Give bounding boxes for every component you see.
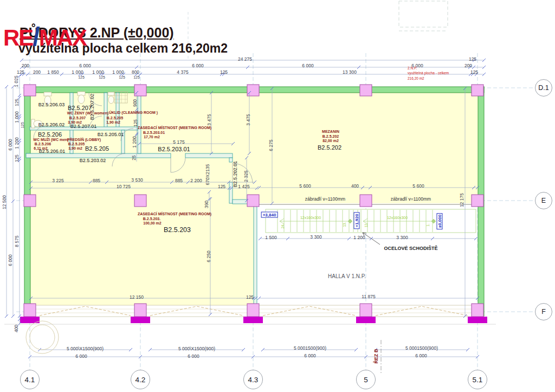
dimension-label: 1 000 bbox=[112, 69, 124, 75]
dimension-label: 1 500 bbox=[265, 235, 276, 240]
room-name-label: B.2.5.205 bbox=[107, 116, 123, 120]
stair-step-label: 13. bbox=[343, 222, 346, 227]
dimension-label: 3 475 bbox=[246, 114, 251, 125]
dimension-label: 3 530 bbox=[131, 177, 143, 183]
room-name-label: WC ŽENY (WC women) bbox=[67, 111, 108, 115]
dimension-label: 6 000 bbox=[8, 254, 13, 266]
dimension-label: 6 000 bbox=[8, 139, 13, 150]
room-name-label: B.2.5.203.01 bbox=[143, 131, 165, 134]
dimension-label: 125 bbox=[469, 56, 476, 62]
dimension-label: 3 475 bbox=[206, 114, 212, 125]
grid-bubble-5.1: 5.1 bbox=[468, 370, 487, 389]
level-elevation-label: +1,920 bbox=[354, 213, 360, 229]
room-name-label: ÚKLID (CLEANING ROOM ) bbox=[109, 111, 158, 114]
dimension-label: 6 250 bbox=[206, 250, 211, 262]
dimension-label: 200 bbox=[33, 69, 41, 75]
dimension-label: 6 000 bbox=[188, 354, 199, 359]
dimension-label: 1 000 bbox=[92, 69, 104, 75]
dimension-label: 125 bbox=[99, 75, 105, 79]
dimension-label: 125 bbox=[218, 184, 225, 189]
annotation-label: zábradlí v=1100mm bbox=[305, 196, 345, 202]
steel-staircase bbox=[266, 209, 476, 233]
grid-bubble-5: 5 bbox=[356, 370, 376, 389]
dimension-label: 6 275 bbox=[268, 139, 274, 151]
room-code-label: B2.5.202 bbox=[318, 144, 341, 151]
stair-step-label: 12. bbox=[364, 222, 368, 227]
room-code-label: B2.5.203.02 bbox=[80, 158, 106, 163]
room-name-label: 1,90 m2 bbox=[106, 120, 120, 124]
dimension-label: 670X2135 bbox=[205, 164, 210, 185]
room-name-label: B.2.5.207 bbox=[69, 116, 86, 120]
summary-line: využitelná plocha - celkem bbox=[408, 70, 449, 75]
dimension-label: 1 425 bbox=[238, 184, 249, 189]
room-code-label: B2.5.207.01 bbox=[70, 124, 97, 129]
dimension-label: 5 0001500(900) bbox=[294, 345, 326, 351]
dimension-label: 125 bbox=[17, 69, 24, 75]
room-code-label: B2.5.206.02 bbox=[38, 122, 65, 127]
dimension-label: 5 600 bbox=[412, 183, 424, 189]
room-name-label: B.2.5.206 bbox=[35, 142, 51, 146]
dimension-label: 885 bbox=[175, 178, 183, 183]
dimension-label: 1 850 bbox=[47, 69, 59, 75]
dimension-label: 125 bbox=[21, 122, 24, 128]
dimension-label: 5 000\X1500(900) bbox=[67, 346, 104, 351]
dimension-label: 5 000\X1500(900) bbox=[178, 346, 215, 351]
summary-line: 216,20 m2 bbox=[408, 76, 449, 81]
level-elevation-label: +3,840 bbox=[261, 212, 278, 218]
dimension-label: 1 200 bbox=[132, 136, 137, 147]
room-name-label: ZASEDACÍ MÍSTNOST (MEETING ROOM) bbox=[138, 212, 211, 216]
grid-bubble-E: E bbox=[535, 192, 552, 209]
dimension-label: 6 000 bbox=[304, 353, 315, 358]
room-code-label: B2.5.206 bbox=[38, 131, 62, 138]
floorplan-canvas: RE/MAX PŮDORYS 2.NP (±0,000) využitelná … bbox=[0, 0, 555, 392]
dimension-label: 24 275 bbox=[238, 56, 252, 62]
dimension-label: 25 bbox=[131, 155, 137, 160]
grid-bubble-D.1: D.1 bbox=[535, 79, 552, 97]
dimension-label: 125 bbox=[14, 99, 20, 106]
room-name-label: ZASEDACÍ MÍSTNOST (MEETING ROOM) bbox=[138, 126, 211, 130]
dimension-label: 390 bbox=[204, 201, 209, 208]
dimension-label: 8 575 bbox=[14, 235, 20, 247]
room-name-label: 100,00 m2 bbox=[143, 221, 161, 225]
logo-slash: / bbox=[33, 22, 38, 51]
dimension-label: 5 175 bbox=[173, 139, 184, 145]
room-name-label: B.2.5.205 bbox=[68, 142, 85, 146]
stair-spec-label: 12x160x300 bbox=[300, 216, 321, 220]
dimension-label: 400 bbox=[14, 325, 19, 332]
summary-line: 2.N.P. bbox=[408, 66, 449, 70]
dimension-label: 12 175 bbox=[459, 193, 464, 207]
room-name-label: 3,90 m2 bbox=[68, 146, 82, 150]
dimension-label: 6 000 bbox=[79, 63, 91, 68]
room-code-label: B2.5.205 bbox=[85, 145, 109, 152]
window-sills bbox=[20, 317, 487, 323]
dimension-label: 6 000 bbox=[415, 353, 427, 358]
room-name-label: 82,00 m2 bbox=[322, 139, 339, 143]
room-code-label: B2.5.206.03 bbox=[38, 102, 65, 107]
detail-circles bbox=[26, 321, 59, 354]
dimension-label: 13 300 bbox=[343, 69, 357, 75]
dimension-label: 125 bbox=[133, 75, 140, 79]
room-code-label: B2.5.203 bbox=[164, 226, 191, 234]
section-marker-label: ŘEZ B bbox=[373, 349, 379, 364]
logo-max: MAX bbox=[39, 25, 86, 50]
dimension-label: 5 0001500(900) bbox=[405, 345, 438, 351]
meeting-room-floor bbox=[30, 203, 254, 305]
dimension-label: 125 bbox=[78, 75, 85, 79]
dimension-label: 1 025 bbox=[14, 75, 19, 87]
dimension-label: 125 bbox=[119, 75, 125, 79]
dimension-label: 1 200 bbox=[14, 137, 20, 149]
room-name-label: 17,70 m2 bbox=[144, 135, 160, 139]
room-code-label: B2.5.202.01 bbox=[233, 161, 238, 188]
dimension-label: 3 225 bbox=[52, 178, 63, 183]
dimension-label: 125 bbox=[470, 69, 478, 75]
dimension-label: 10 725 bbox=[117, 184, 131, 189]
room-name-label: MEZANIN bbox=[322, 130, 339, 133]
room-name-label: WC MUŽI (WC men) bbox=[33, 138, 68, 142]
dimension-label: 11 875 bbox=[362, 294, 375, 299]
dimension-label: 800 bbox=[132, 69, 139, 75]
room-name-label: B.2.5.203. bbox=[143, 217, 160, 221]
annotation-label: OCELOVÉ SCHODIŠTĚ bbox=[384, 246, 437, 251]
dimension-label: 125 bbox=[220, 69, 228, 75]
dimension-label: 200 bbox=[464, 63, 472, 68]
remax-logo: RE/MAX bbox=[3, 24, 86, 50]
